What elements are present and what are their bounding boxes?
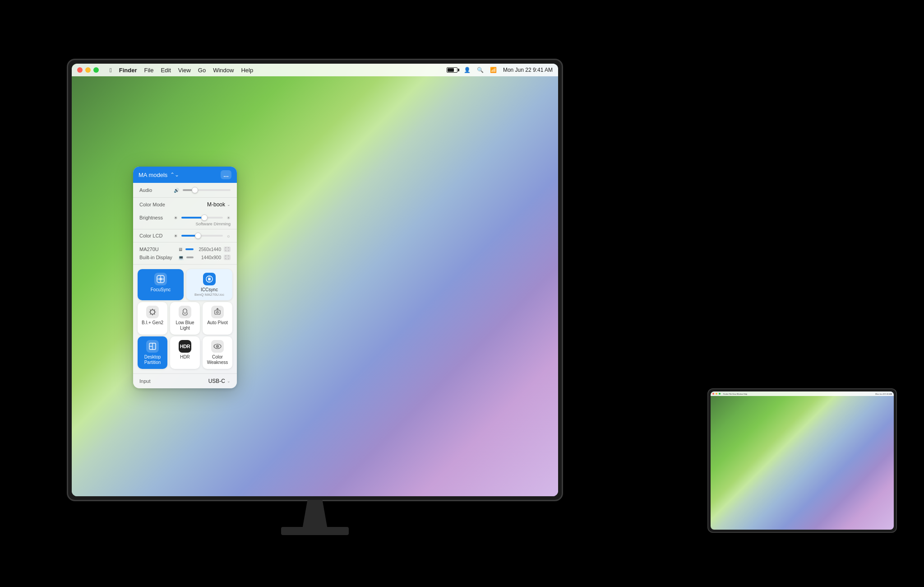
auto-pivot-label: Auto Pivot xyxy=(207,320,228,326)
secondary-screen: Finder File View Window Help Mon Jun 22 … xyxy=(711,391,894,530)
audio-section: Audio 🔊 xyxy=(133,183,237,198)
wifi-icon[interactable]: 📶 xyxy=(490,67,497,73)
brightness-icon: ☀ xyxy=(174,215,178,220)
battery-fill xyxy=(448,68,454,72)
display2-res: 1440x900 xyxy=(196,255,221,260)
stand-base xyxy=(281,527,349,535)
menu-finder[interactable]: Finder xyxy=(119,67,137,74)
display-rows-section: MA270U 🖥 2560x1440 ⛶ Built-in Display 💻 … xyxy=(133,242,237,265)
color-lcd-right-icon: ☼ xyxy=(226,233,231,238)
menu-apple[interactable]:  xyxy=(110,67,112,74)
input-section: Input USB-C ⌄ xyxy=(133,373,237,388)
bi-gen2-label: B.I.+ Gen2 xyxy=(142,320,163,326)
audio-slider[interactable] xyxy=(183,189,231,191)
menu-view[interactable]: View xyxy=(178,67,191,74)
audio-thumb[interactable] xyxy=(192,187,198,193)
icc-sync-icon xyxy=(203,273,216,285)
display2-track xyxy=(186,256,194,258)
main-monitor:  Finder File Edit View Go Window Help 👤… xyxy=(67,59,563,501)
battery-indicator xyxy=(447,67,457,73)
feature-auto-pivot[interactable]: Auto Pivot xyxy=(203,302,232,335)
popup-more-button[interactable]: ... xyxy=(221,170,231,179)
feature-row3: Desktop Partition HDR HDR xyxy=(133,336,237,373)
color-mode-label: Color Mode xyxy=(139,202,165,207)
color-weakness-icon xyxy=(211,340,224,353)
low-blue-light-icon xyxy=(179,306,191,318)
color-mode-value[interactable]: M-book ⌄ xyxy=(207,201,231,208)
feature-row1: FocuSync ICCsync xyxy=(133,265,237,302)
monitor-screen:  Finder File Edit View Go Window Help 👤… xyxy=(72,64,558,496)
popup-title: MA models xyxy=(139,172,167,178)
input-label: Input xyxy=(139,378,150,384)
feature-desktop-partition[interactable]: Desktop Partition xyxy=(138,336,167,369)
color-weakness-label: Color Weakness xyxy=(205,354,230,365)
svg-rect-6 xyxy=(215,310,220,314)
menu-edit[interactable]: Edit xyxy=(161,67,171,74)
color-lcd-label: Color LCD xyxy=(139,233,170,238)
menu-help[interactable]: Help xyxy=(241,67,253,74)
secondary-menubar: Finder File View Window Help Mon Jun 22 … xyxy=(711,391,894,396)
input-value[interactable]: USB-C ⌄ xyxy=(208,378,231,384)
feature-row2: B.I.+ Gen2 Low Blue Light xyxy=(133,302,237,336)
color-lcd-slider[interactable] xyxy=(181,235,223,237)
menubar:  Finder File Edit View Go Window Help 👤… xyxy=(72,64,558,76)
display-row-builtin: Built-in Display 💻 1440x900 ⛶ xyxy=(139,253,231,261)
menu-window[interactable]: Window xyxy=(213,67,234,74)
fullscreen-button[interactable] xyxy=(93,67,99,73)
close-button[interactable] xyxy=(77,67,83,73)
brightness-thumb[interactable] xyxy=(201,214,208,221)
feature-focus-sync[interactable]: FocuSync xyxy=(138,269,184,300)
audio-label: Audio xyxy=(139,187,170,193)
bi-gen2-icon xyxy=(146,306,159,318)
brightness-section: Brightness ☀ ☀ Software Dimming xyxy=(133,211,237,229)
benq-popup: MA models ⌃⌄ ... Audio 🔊 xyxy=(133,167,237,388)
popup-body: Audio 🔊 Color Mode M-book ⌄ xyxy=(133,183,237,388)
secondary-device: Finder File View Window Help Mon Jun 22 … xyxy=(707,388,897,533)
auto-pivot-icon xyxy=(211,306,224,318)
icc-sync-label: ICCsync xyxy=(201,287,218,293)
display1-res-icon[interactable]: ⛶ xyxy=(224,247,231,252)
display-row-ma270u: MA270U 🖥 2560x1440 ⛶ xyxy=(139,245,231,253)
svg-point-1 xyxy=(159,278,162,280)
popup-chevrons-icon[interactable]: ⌃⌄ xyxy=(170,172,179,178)
menu-go[interactable]: Go xyxy=(198,67,206,74)
icc-sync-sublabel: BenQ MA270U.icc xyxy=(194,293,224,297)
feature-icc-sync[interactable]: ICCsync BenQ MA270U.icc xyxy=(186,269,232,300)
popup-header: MA models ⌃⌄ ... xyxy=(133,167,237,183)
color-mode-section: Color Mode M-book ⌄ xyxy=(133,198,237,211)
display1-res: 2560x1440 xyxy=(196,247,221,252)
input-chevron-icon: ⌄ xyxy=(227,379,231,383)
display1-track xyxy=(185,248,194,250)
brightness-sublabel: Software Dimming xyxy=(139,221,231,226)
brightness-slider[interactable] xyxy=(181,217,223,219)
display2-icon: 💻 xyxy=(178,255,184,260)
secondary-tl-yellow xyxy=(716,393,717,395)
desktop-partition-icon xyxy=(146,340,159,353)
color-lcd-thumb[interactable] xyxy=(195,233,201,239)
color-lcd-section: Color LCD ☀ ☼ xyxy=(133,229,237,242)
minimize-button[interactable] xyxy=(85,67,91,73)
svg-point-7 xyxy=(217,312,218,313)
color-mode-chevron-icon: ⌄ xyxy=(227,202,231,207)
secondary-tl-green xyxy=(719,393,721,395)
focus-sync-icon xyxy=(154,273,167,285)
secondary-time: Mon Jun 22 9:41 AM xyxy=(875,393,892,395)
color-lcd-icon: ☀ xyxy=(174,233,178,238)
feature-low-blue-light[interactable]: Low Blue Light xyxy=(170,302,200,335)
user-icon[interactable]: 👤 xyxy=(464,67,471,73)
secondary-menu-text: Finder File View Window Help xyxy=(723,393,747,395)
search-icon[interactable]: 🔍 xyxy=(477,67,484,73)
feature-color-weakness[interactable]: Color Weakness xyxy=(203,336,232,369)
focus-sync-label: FocuSync xyxy=(151,287,171,293)
brightness-right-icon: ☀ xyxy=(226,215,231,220)
display1-label: MA270U xyxy=(139,247,176,252)
menu-file[interactable]: File xyxy=(144,67,153,74)
hdr-icon: HDR xyxy=(179,340,191,353)
display2-label: Built-in Display xyxy=(139,255,176,260)
menu-time: Mon Jun 22 9:41 AM xyxy=(503,67,553,73)
brightness-label: Brightness xyxy=(139,215,170,220)
feature-hdr[interactable]: HDR HDR xyxy=(170,336,200,369)
audio-icon: 🔊 xyxy=(174,188,179,193)
feature-bi-gen2[interactable]: B.I.+ Gen2 xyxy=(138,302,167,335)
display2-res-icon[interactable]: ⛶ xyxy=(224,255,231,260)
